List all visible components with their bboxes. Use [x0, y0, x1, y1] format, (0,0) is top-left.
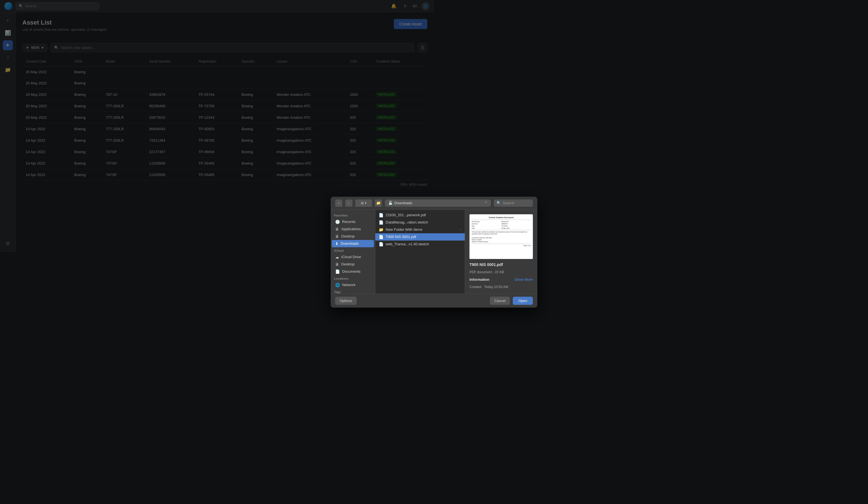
dialog-folder-button[interactable]: 📁 [375, 199, 382, 207]
location-text: Downloads [394, 201, 412, 205]
dialog-body: Favorites 🕐 Recents 🖥 Applications 🖥 Des… [331, 210, 434, 252]
file-icon: 📄 [379, 242, 383, 246]
chevron-down-icon: ▾ [365, 201, 366, 205]
file-name: DataManag...ration.sketch [386, 220, 428, 224]
file-name: 21630_201...perwork.pdf [386, 213, 426, 217]
file-name: web_Transa...v1.40.sketch [386, 242, 429, 246]
file-item[interactable]: 📄 DataManag...ration.sketch [375, 219, 434, 226]
dialog-view-button[interactable]: ⊞ ▾ [355, 199, 372, 207]
file-item-selected[interactable]: 📄 T900 NIS 0001.pdf [375, 233, 434, 240]
favorites-label: Favorites [331, 212, 375, 218]
dialog-location: 💾 Downloads ⌃ [385, 199, 434, 207]
icloud-label: iCloud [331, 247, 375, 252]
recents-icon: 🕐 [335, 219, 340, 224]
downloads-label: Downloads [341, 241, 359, 246]
folder-name: New Folder With Items [386, 227, 422, 232]
dialog-overlay: ‹ › ⊞ ▾ 📁 💾 Downloads ⌃ 🔍 Search Favorit… [0, 0, 434, 252]
file-icon: 📄 [379, 235, 383, 239]
file-item[interactable]: 📄 21630_201...perwork.pdf [375, 212, 434, 219]
sidebar-item-desktop[interactable]: 🖥 Desktop [332, 233, 374, 240]
dialog-toolbar: ‹ › ⊞ ▾ 📁 💾 Downloads ⌃ 🔍 Search [331, 197, 434, 210]
folder-icon: 📁 [379, 227, 383, 232]
file-list: 📄 21630_201...perwork.pdf 📄 DataManag...… [375, 210, 434, 252]
location-cloud-icon: 💾 [388, 201, 393, 205]
sidebar-item-downloads[interactable]: ⬇ Downloads [332, 240, 374, 247]
desktop-icon: 🖥 [335, 234, 339, 239]
desktop-label: Desktop [341, 234, 355, 238]
downloads-icon: ⬇ [335, 241, 339, 246]
applications-icon: 🖥 [335, 227, 339, 231]
sidebar-item-recents[interactable]: 🕐 Recents [332, 218, 374, 225]
sidebar-item-applications[interactable]: 🖥 Applications [332, 225, 374, 233]
file-picker-dialog: ‹ › ⊞ ▾ 📁 💾 Downloads ⌃ 🔍 Search Favorit… [331, 197, 434, 252]
grid-icon: ⊞ [361, 201, 364, 205]
file-item[interactable]: 📄 web_Transa...v1.40.sketch [375, 240, 434, 248]
recents-label: Recents [342, 219, 355, 224]
dialog-sidebar: Favorites 🕐 Recents 🖥 Applications 🖥 Des… [331, 210, 375, 252]
applications-label: Applications [341, 227, 361, 231]
file-name: T900 NIS 0001.pdf [386, 235, 416, 239]
file-icon: 📄 [379, 220, 383, 225]
dialog-forward-button[interactable]: › [345, 199, 352, 207]
folder-item[interactable]: 📁 New Folder With Items › [375, 226, 434, 233]
file-icon: 📄 [379, 213, 383, 217]
dialog-back-button[interactable]: ‹ [335, 199, 342, 207]
